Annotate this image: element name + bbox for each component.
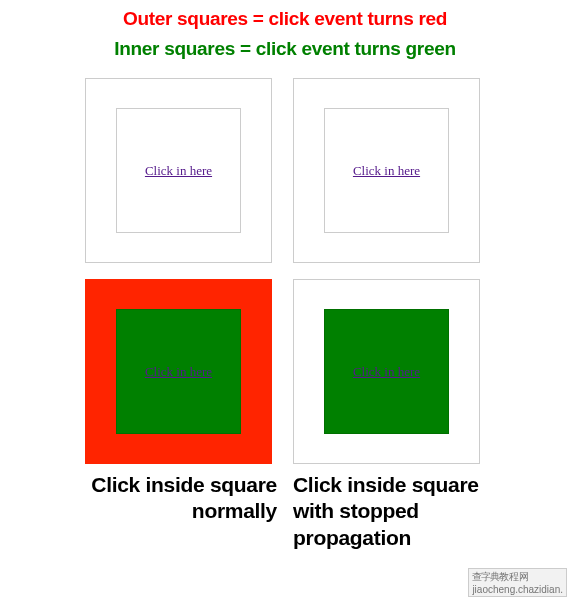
watermark: 查字典教程网 jiaocheng.chazidian.: [468, 568, 567, 597]
caption-left-line1: Click inside square: [91, 473, 277, 496]
captions-row: Click inside square normally Click insid…: [0, 464, 570, 551]
click-link-bottom-right[interactable]: Click in here: [353, 364, 420, 380]
outer-square-bottom-left[interactable]: Click in here: [85, 279, 272, 464]
title-outer: Outer squares = click event turns red: [0, 8, 570, 30]
click-link-bottom-left[interactable]: Click in here: [145, 364, 212, 380]
inner-square-bottom-left[interactable]: Click in here: [116, 309, 241, 434]
outer-square-top-right[interactable]: Click in here: [293, 78, 480, 263]
click-link-top-left[interactable]: Click in here: [145, 163, 212, 179]
inner-square-top-right[interactable]: Click in here: [324, 108, 449, 233]
watermark-cn: 查字典: [472, 571, 499, 582]
caption-left: Click inside square normally: [85, 472, 277, 551]
title-inner: Inner squares = click event turns green: [0, 38, 570, 60]
demo-grid: Click in here Click in here Click in her…: [0, 78, 570, 464]
caption-right: Click inside square with stopped propaga…: [293, 472, 485, 551]
inner-square-top-left[interactable]: Click in here: [116, 108, 241, 233]
click-link-top-right[interactable]: Click in here: [353, 163, 420, 179]
watermark-url: jiaocheng.chazidian.: [472, 584, 563, 595]
caption-right-line1: Click inside square: [293, 473, 479, 496]
caption-left-line2: normally: [192, 499, 277, 522]
watermark-suffix: 教程网: [499, 571, 529, 582]
outer-square-top-left[interactable]: Click in here: [85, 78, 272, 263]
inner-square-bottom-right[interactable]: Click in here: [324, 309, 449, 434]
outer-square-bottom-right[interactable]: Click in here: [293, 279, 480, 464]
caption-right-line2: with stopped propagation: [293, 499, 419, 548]
